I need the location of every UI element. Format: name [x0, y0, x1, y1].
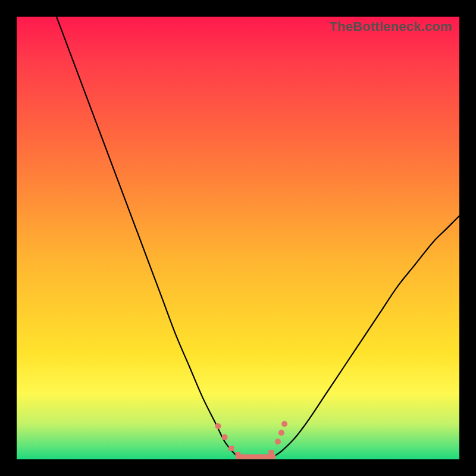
marker-5 [275, 439, 281, 444]
curve-right-branch [274, 216, 459, 457]
chart-svg [17, 17, 459, 459]
marker-4 [268, 450, 274, 455]
marker-group [215, 421, 288, 458]
marker-2 [228, 446, 234, 451]
marker-3 [236, 452, 241, 458]
marker-0 [215, 423, 221, 429]
curve-left-branch [57, 17, 238, 457]
marker-6 [278, 430, 284, 436]
marker-7 [281, 421, 287, 427]
marker-1 [222, 434, 228, 440]
